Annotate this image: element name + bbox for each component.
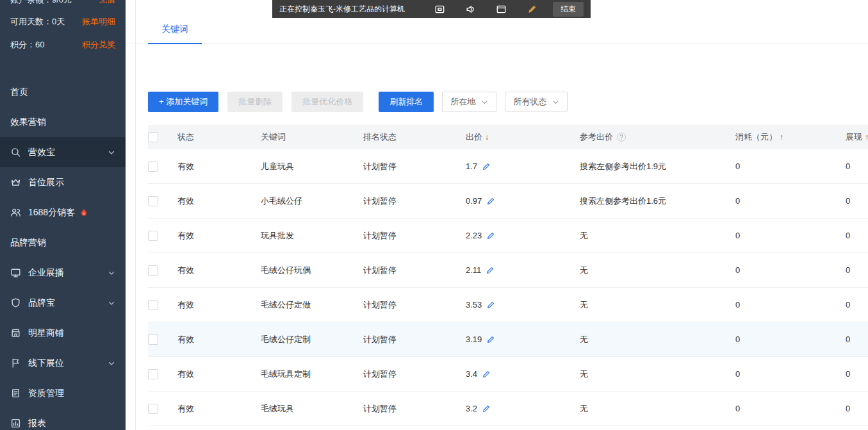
sidebar-item-qualification[interactable]: 资质管理 [0,378,126,408]
edit-bid-icon[interactable] [482,370,491,379]
row-checkbox[interactable] [148,335,158,345]
sidebar-item-enterprise-show[interactable]: 企业展播 [0,258,126,288]
flag-icon [10,358,21,368]
add-keyword-button[interactable]: + 添加关键词 [148,92,218,112]
keyword-cell: 毛绒公仔定制 [261,334,363,345]
sidebar-item-label: 首位展示 [28,177,64,188]
table-row[interactable]: 有效 小毛绒公仔 计划暂停 0.97 搜索左侧参考出价1.6元 0 0 [148,184,868,219]
sidebar-item-label: 首页 [10,87,28,98]
row-checkbox[interactable] [148,265,158,276]
sidebar-item-yingxiaobao[interactable]: 营效宝 [0,137,126,167]
recharge-link[interactable]: 充值 [99,0,115,6]
pen-icon[interactable] [527,4,537,15]
sort-asc-icon[interactable]: ↑ [780,133,783,142]
sort-desc-icon[interactable]: ↓ [485,133,489,142]
sidebar-item-offline-booth[interactable]: 线下展位 [0,348,126,378]
remote-control-bar: 正在控制秦玉飞-米修工艺品的计算机 结束 [272,0,591,18]
people-icon [10,207,21,218]
help-icon[interactable]: ? [617,133,626,142]
rank-status-cell: 计划暂停 [363,161,466,172]
end-control-button[interactable]: 结束 [553,2,584,17]
chevron-down-icon [481,99,488,106]
edit-bid-icon[interactable] [482,162,491,171]
edit-bid-icon[interactable] [482,404,491,413]
rank-status-cell: 计划暂停 [363,265,466,276]
keyword-cell: 毛绒公仔玩偶 [261,265,363,276]
batch-optimize-button[interactable]: 批量优化价格 [291,92,363,112]
content-divider [135,0,136,430]
keyword-cell: 玩具批发 [261,230,363,242]
status-cell: 有效 [177,161,261,172]
bid-cell: 3.53 [466,300,580,310]
header-keyword: 关键词 [261,131,363,143]
sidebar-item-reports[interactable]: 报表 [0,408,126,430]
app-window: 账户余额：9/0元 充值 可用天数：0天 账单明细 积分：60 积分兑奖 首页 … [0,0,868,430]
status-filter-dropdown[interactable]: 所有状态 [505,92,568,112]
bid-cell: 2.11 [466,265,580,275]
table-row[interactable]: 有效 毛绒玩具定制 计划暂停 3.4 无 0 0 [148,357,868,392]
edit-bid-icon[interactable] [486,231,495,240]
tab-keywords[interactable]: 关键词 [148,24,202,44]
sidebar-item-home[interactable]: 首页 [0,77,126,107]
points-label: 积分：60 [10,39,44,51]
bid-value: 3.4 [466,369,477,379]
row-checkbox[interactable] [148,300,158,310]
header-impressions[interactable]: 展现 ↑ [846,131,868,143]
table-row[interactable]: 有效 毛绒公仔玩偶 计划暂停 2.11 无 0 0 [148,253,868,288]
speaker-icon[interactable] [465,4,476,15]
bid-value: 3.53 [466,300,482,310]
table-row[interactable]: 有效 毛绒公仔定做 计划暂停 3.53 无 0 0 [148,288,868,322]
table-row[interactable]: 有效 玩具批发 计划暂停 2.23 无 0 0 [148,219,868,253]
sidebar-item-label: 报表 [28,418,46,429]
header-cost[interactable]: 消耗（元） ↑ [735,131,846,143]
monitor-icon [10,267,21,278]
table-row[interactable]: 有效 儿童玩具 计划暂停 1.7 搜索左侧参考出价1.9元 0 0 [148,149,868,184]
sidebar-menu: 首页 效果营销 营效宝 首位展示 [0,77,126,430]
sidebar-item-label: 营效宝 [28,147,55,158]
refresh-rank-button[interactable]: 刷新排名 [379,92,434,112]
bid-value: 0.97 [466,196,482,206]
sidebar-item-label: 品牌宝 [28,297,55,309]
window-icon[interactable] [496,4,507,15]
keyword-cell: 儿童玩具 [261,161,363,172]
tab-bar: 关键词 [126,18,868,44]
sidebar-item-star-shop[interactable]: 明星商铺 [0,318,126,348]
row-checkbox[interactable] [148,369,158,379]
rank-status-cell: 计划暂停 [363,299,466,311]
cost-cell: 0 [735,300,846,310]
chevron-down-icon [552,99,559,106]
sidebar-item-1688-fenxiaoke[interactable]: 1688分销客 [0,197,126,227]
sidebar-item-brand-bao[interactable]: 品牌宝 [0,288,126,318]
edit-bid-icon[interactable] [486,335,495,344]
select-all-checkbox[interactable] [148,132,158,142]
header-status: 状态 [177,131,261,143]
ref-bid-cell: 搜索左侧参考出价1.9元 [580,161,735,172]
impressions-cell: 0 [846,196,868,206]
edit-bid-icon[interactable] [486,301,495,310]
row-checkbox[interactable] [148,404,158,414]
sidebar-item-label: 明星商铺 [28,327,64,339]
row-checkbox[interactable] [148,231,158,241]
edit-bid-icon[interactable] [486,266,495,275]
table-row[interactable]: 有效 毛绒玩具 计划暂停 3.2 无 0 0 [148,392,868,426]
sidebar-item-label: 企业展播 [28,267,64,279]
bid-value: 3.19 [466,335,482,344]
sidebar-section-label: 效果营销 [10,117,46,128]
magnifier-icon [10,147,21,158]
sort-asc-icon[interactable]: ↑ [865,133,868,142]
location-filter-dropdown[interactable]: 所在地 [442,92,496,112]
row-checkbox[interactable] [148,161,158,172]
ref-bid-cell: 无 [580,265,735,276]
sidebar-item-top-display[interactable]: 首位展示 [0,167,126,197]
batch-delete-button[interactable]: 批量删除 [227,92,283,112]
row-checkbox[interactable] [148,196,158,206]
edit-bid-icon[interactable] [486,197,495,206]
points-redeem-link[interactable]: 积分兑奖 [82,39,115,51]
rank-status-cell: 计划暂停 [363,334,466,345]
bill-detail-link[interactable]: 账单明细 [82,16,115,28]
account-summary: 账户余额：9/0元 充值 可用天数：0天 账单明细 积分：60 积分兑奖 [0,0,126,56]
fullscreen-icon[interactable] [434,4,445,15]
header-bid[interactable]: 出价 ↓ [466,131,580,143]
bid-value: 1.7 [466,161,477,171]
table-row[interactable]: 有效 毛绒公仔定制 计划暂停 3.19 无 0 0 [148,322,868,357]
